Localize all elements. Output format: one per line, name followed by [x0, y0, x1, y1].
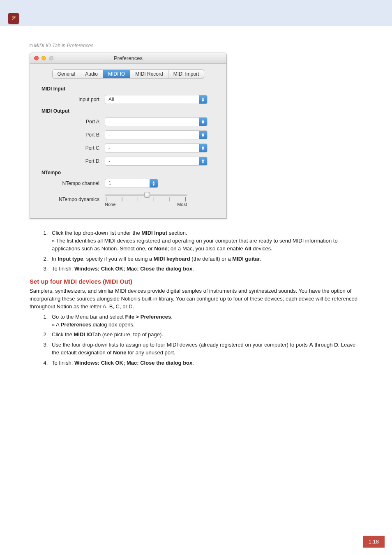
chevron-updown-icon: ▲▼ — [150, 179, 158, 187]
input-port-label: Input port: — [39, 97, 105, 102]
chevron-updown-icon: ▲▼ — [199, 144, 207, 152]
port-b-label: Port B: — [39, 132, 105, 138]
chevron-updown-icon: ▲▼ — [199, 95, 207, 104]
chevron-updown-icon: ▲▼ — [199, 157, 207, 165]
tab-audio[interactable]: Audio — [80, 70, 103, 78]
titlebar: Preferences — [30, 53, 226, 64]
list-item: To finish: Windows: Click OK; Mac: Close… — [49, 265, 362, 273]
input-port-select[interactable]: All ▲▼ — [105, 95, 208, 104]
header-band: 𝄢 — [0, 0, 392, 26]
tabbar: General Audio MIDI IO MIDI Record MIDI I… — [52, 69, 205, 79]
port-b-select[interactable]: -▲▼ — [105, 130, 208, 139]
list-item: Click the MIDI IOTab (see picture, top o… — [49, 331, 362, 339]
section-ntempo-heading: NTempo — [42, 170, 217, 176]
slider-max-label: Most — [177, 202, 187, 207]
list-item: Use the four drop-down lists to assign u… — [49, 341, 362, 357]
slider-min-label: None — [105, 202, 115, 207]
list-item: Click the top drop-down list under the M… — [49, 229, 362, 253]
window-title: Preferences — [30, 55, 226, 61]
section-midi-input-heading: MIDI Input — [42, 86, 217, 92]
port-a-select[interactable]: -▲▼ — [105, 117, 208, 126]
tab-midi-import[interactable]: MIDI Import — [168, 70, 204, 78]
section-heading-midi-out: Set up four MIDI devices (MIDI Out) — [30, 278, 362, 285]
app-logo: 𝄢 — [8, 13, 19, 24]
slider-thumb[interactable] — [144, 192, 150, 198]
steps-list-2: Go to the Menu bar and select File > Pre… — [30, 313, 362, 367]
ntempo-channel-label: NTempo channel: — [39, 180, 105, 186]
tab-midi-record[interactable]: MIDI Record — [130, 70, 168, 78]
section-midi-output-heading: MIDI Output — [42, 108, 217, 114]
steps-list-1: Click the top drop-down list under the M… — [30, 229, 362, 273]
tab-general[interactable]: General — [53, 70, 81, 78]
ntempo-channel-select[interactable]: 1▲▼ — [105, 179, 158, 188]
port-a-label: Port A: — [39, 119, 105, 125]
chevron-updown-icon: ▲▼ — [199, 131, 207, 139]
port-d-select[interactable]: -▲▼ — [105, 157, 208, 166]
tab-midi-io[interactable]: MIDI IO — [103, 70, 130, 78]
section-paragraph: Samplers, synthesizers, and similar MIDI… — [30, 287, 362, 311]
figure-caption: MIDI IO Tab in Preferences. — [30, 43, 362, 49]
ntempo-dynamics-label: NTempo dynamics: — [39, 197, 105, 202]
list-item: Go to the Menu bar and select File > Pre… — [49, 313, 362, 329]
list-item: To finish: Windows: Click OK; Mac: Close… — [49, 359, 362, 367]
port-c-select[interactable]: -▲▼ — [105, 143, 208, 153]
port-d-label: Port D: — [39, 158, 105, 164]
preferences-window: Preferences General Audio MIDI IO MIDI R… — [30, 53, 227, 219]
port-c-label: Port C: — [39, 145, 105, 151]
list-item: In Input type, specify if you will be us… — [49, 255, 362, 263]
chevron-updown-icon: ▲▼ — [199, 118, 207, 126]
ntempo-dynamics-slider[interactable] — [105, 194, 187, 196]
